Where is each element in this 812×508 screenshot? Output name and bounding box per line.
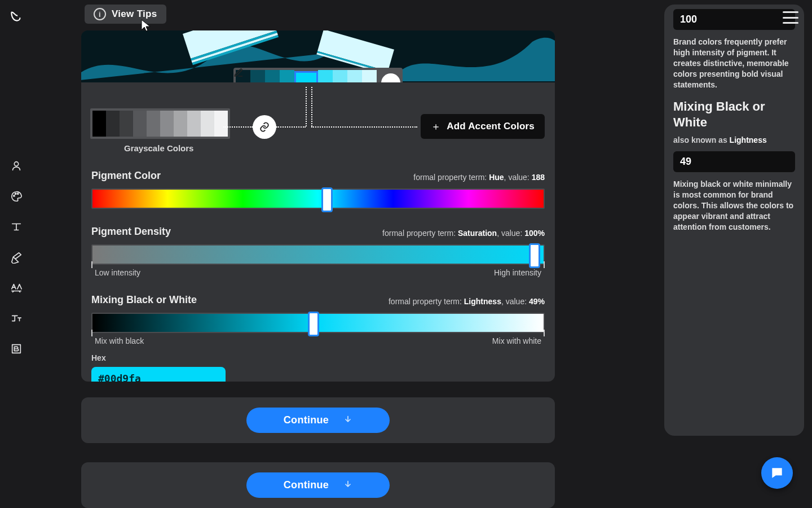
grayscale-swatch[interactable] xyxy=(106,111,120,137)
palette-swatch[interactable] xyxy=(294,71,318,82)
grayscale-swatch[interactable] xyxy=(174,111,187,137)
tips-density-text: Brand colors frequently prefer high inte… xyxy=(673,37,795,90)
sat-right-label: High intensity xyxy=(494,268,541,277)
palette-swatch[interactable] xyxy=(362,70,377,82)
continue-section-1: Continue xyxy=(81,397,555,443)
palette-swatch[interactable] xyxy=(265,70,280,82)
connector-line xyxy=(223,126,253,128)
grayscale-swatches xyxy=(90,108,230,139)
chat-fab[interactable] xyxy=(761,457,793,489)
connector-line xyxy=(306,87,307,126)
connector-line xyxy=(311,126,417,128)
tips-light-sub: also known as Lightness xyxy=(673,135,795,144)
info-icon: i xyxy=(94,8,106,20)
hex-input[interactable]: #00d9fa xyxy=(91,367,226,382)
hue-thumb[interactable] xyxy=(321,187,333,212)
grayscale-swatch[interactable] xyxy=(133,111,147,137)
tips-density-field[interactable]: 100 xyxy=(673,9,795,30)
grayscale-swatch[interactable] xyxy=(160,111,174,137)
sat-slider[interactable] xyxy=(91,244,545,265)
view-tips-label: View Tips xyxy=(112,8,157,20)
light-left-label: Mix with black xyxy=(95,336,144,345)
grayscale-swatch[interactable] xyxy=(147,111,160,137)
nav-kerning[interactable] xyxy=(5,277,28,299)
hue-meta: formal property term: Hue, value: 188 xyxy=(413,173,545,182)
add-accent-button[interactable]: ＋ Add Accent Colors xyxy=(421,114,545,139)
palette-swatch[interactable] xyxy=(280,70,294,82)
light-meta: formal property term: Lightness, value: … xyxy=(389,297,545,306)
link-icon[interactable] xyxy=(253,115,276,139)
grayscale-swatch[interactable] xyxy=(187,111,201,137)
app-logo[interactable] xyxy=(8,8,25,25)
arrow-down-icon xyxy=(343,415,352,426)
hero-preview xyxy=(81,30,555,82)
grayscale-swatch[interactable] xyxy=(120,111,133,137)
tips-light-heading: Mixing Black or White xyxy=(673,99,795,130)
nav-type[interactable] xyxy=(5,216,28,238)
edit-palette-icon[interactable] xyxy=(381,73,400,82)
plus-icon: ＋ xyxy=(431,121,441,132)
tips-panel: 100 Brand colors frequently prefer high … xyxy=(664,5,804,436)
hue-slider[interactable] xyxy=(91,189,545,209)
tips-light-field[interactable]: 49 xyxy=(673,151,795,172)
continue-section-2: Continue xyxy=(81,462,555,508)
color-editor-card: Grayscale Colors ＋ Add Accent Colors Pig… xyxy=(81,30,555,382)
grayscale-swatch[interactable] xyxy=(201,111,214,137)
menu-button[interactable] xyxy=(783,11,798,24)
hue-title: Pigment Color xyxy=(91,170,161,182)
connector-line xyxy=(276,126,306,128)
nav-palette[interactable] xyxy=(5,185,28,208)
palette-swatch[interactable] xyxy=(347,70,362,82)
palette-swatch[interactable] xyxy=(250,70,265,82)
sat-left-label: Low intensity xyxy=(95,268,140,277)
arrow-down-icon xyxy=(343,480,352,491)
light-title: Mixing Black or White xyxy=(91,294,197,306)
continue-button[interactable]: Continue xyxy=(246,408,390,433)
view-tips-button[interactable]: i View Tips xyxy=(85,5,166,24)
sat-title: Pigment Density xyxy=(91,226,171,238)
tips-light-text: Mixing black or white minimally is most … xyxy=(673,179,795,232)
continue-button[interactable]: Continue xyxy=(246,472,390,498)
connector-line xyxy=(311,87,312,126)
add-accent-label: Add Accent Colors xyxy=(447,121,535,132)
palette-swatch[interactable] xyxy=(333,70,347,82)
grayscale-swatch[interactable] xyxy=(214,111,228,137)
nav-text-size[interactable] xyxy=(5,307,28,330)
light-thumb[interactable] xyxy=(308,312,319,336)
palette-swatches xyxy=(233,68,403,82)
light-right-label: Mix with white xyxy=(492,336,541,345)
palette-swatch[interactable] xyxy=(318,70,333,82)
sat-thumb[interactable] xyxy=(529,243,540,268)
nav-bold[interactable] xyxy=(5,338,28,360)
nav-pen[interactable] xyxy=(5,246,28,269)
grayscale-label: Grayscale Colors xyxy=(124,143,545,153)
sat-meta: formal property term: Saturation, value:… xyxy=(382,229,545,238)
grayscale-swatch[interactable] xyxy=(92,111,106,137)
light-slider[interactable] xyxy=(91,313,545,333)
hex-label: Hex xyxy=(91,353,545,362)
nav-user[interactable] xyxy=(5,155,28,177)
